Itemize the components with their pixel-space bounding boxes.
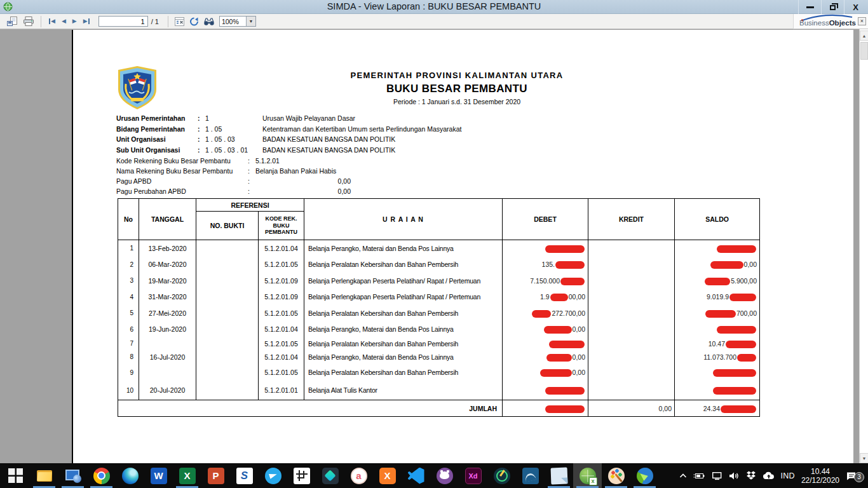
vertical-scrollbar[interactable]: ▲ ▼ [859,29,868,463]
simda-report-icon [580,468,596,484]
tray-chevron-up-icon[interactable] [679,473,687,478]
panel-close-icon[interactable]: × [858,17,866,25]
meta-colon: : [198,146,205,154]
scrollbar-thumb[interactable] [860,42,868,60]
dropbox-icon[interactable] [746,471,756,480]
zoom-select[interactable]: 100% ▼ [219,16,256,27]
cell-saldo [675,381,759,400]
minimize-button[interactable] [798,0,821,14]
taskbar-powerpoint[interactable] [201,463,230,488]
meta-colon: : [198,114,205,122]
meta-value: Belanja Bahan Pakai Habis [255,167,351,175]
taskbar-sticky-notes[interactable] [545,463,573,488]
taskbar-edge[interactable] [116,463,144,488]
taskbar-vscode[interactable] [402,463,430,488]
partially-visible-value: 11.073.700 [703,353,736,361]
refresh-button[interactable] [187,15,201,28]
cell-kredit [588,289,675,306]
system-tray: IND 10.44 22/12/2020 3 [679,463,868,488]
previous-page-button[interactable]: ◀ [58,16,69,27]
taskbar-android-studio[interactable] [487,463,516,488]
search-button[interactable] [201,15,217,28]
taskbar-idm[interactable] [630,463,659,488]
network-icon[interactable] [712,471,722,480]
meta-row: Bidang Pemerintahan:1 . 05Ketentraman da… [116,124,461,135]
table-row: 95.1.2.01.05Belanja Peralatan Kebersihan… [118,364,759,381]
chevron-down-icon[interactable]: ▼ [246,17,255,26]
cell-debet: 135. [503,257,588,273]
taskbar-simda-report[interactable] [573,463,602,488]
table-row: 319-Mar-20205.1.2.01.09Belanja Perlengka… [118,273,759,289]
cell-kode-rek: 5.1.2.01.05 [259,305,304,322]
cell-debet [503,381,588,400]
taskbar-clock[interactable]: 10.44 22/12/2020 [801,467,839,485]
windows-taskbar: IND 10.44 22/12/2020 3 [0,463,868,488]
taskbar-mysql-workbench[interactable] [516,463,545,488]
action-center-button[interactable]: 3 [846,471,857,480]
meta-code: 1 [205,114,262,122]
taskbar-paint-app[interactable] [602,463,630,488]
redaction-mark [717,326,756,334]
print-button[interactable] [20,15,37,28]
taskbar-file-explorer[interactable] [30,463,58,488]
table-header: No TANGGAL REFERENSI NO. BUKTI KODE REK.… [118,199,759,240]
cell-saldo: 11.073.700 [675,349,759,364]
taskbar-adobe-xd[interactable] [459,463,487,488]
table-row: 1020-Jul-20205.1.2.01.01Belanja Alat Tul… [118,381,759,400]
redaction-mark [532,310,551,318]
start-button[interactable] [1,463,30,488]
table-row: 816-Jul-20205.1.2.01.04Belanja Perangko,… [118,349,759,364]
close-button[interactable]: X [844,0,867,14]
redaction-mark [545,387,585,395]
taskbar-filmora[interactable] [316,463,344,488]
meta-code: 1 . 05 [205,125,262,133]
taskbar-word[interactable] [144,463,173,488]
partially-visible-value: 10.47 [709,340,725,348]
volume-icon[interactable] [729,471,740,480]
cell-no: 4 [118,289,139,306]
last-page-button[interactable]: ▶ [80,16,93,27]
first-page-button[interactable]: ◀ [45,16,58,27]
binoculars-search-icon [203,17,215,26]
taskbar-manga-app[interactable] [287,463,316,488]
taskbar-s-app[interactable] [230,463,259,488]
column-header-debet: DEBET [503,199,588,240]
scroll-down-icon[interactable]: ▼ [860,453,868,463]
restore-button[interactable] [821,0,844,14]
export-button[interactable] [4,15,20,28]
partially-visible-value: 7.150.000 [530,277,560,285]
column-header-no-bukti: NO. BUKTI [196,212,259,240]
toolbar-separator [41,16,41,27]
taskbar-simda-app[interactable] [58,463,87,488]
cell-tanggal [139,364,196,381]
minimize-icon [806,6,814,8]
sticky-notes-icon [550,467,567,484]
taskbar-appium[interactable] [344,463,373,488]
report-page: PEMERINTAH PROVINSI KALIMANTAN UTARA BUK… [72,30,853,463]
mysql-workbench-icon [522,468,539,484]
idm-icon [637,468,653,484]
cell-uraian: Belanja Perangko, Materai dan Benda Pos … [304,240,503,257]
cell-no: 9 [118,364,139,381]
taskbar-chrome[interactable] [87,463,116,488]
s-app-icon [236,468,253,484]
taskbar-excel[interactable] [173,463,201,488]
partially-visible-value: 0,00 [573,369,585,376]
manga-app-icon [294,468,310,484]
page-number-input[interactable] [98,16,148,27]
toggle-group-tree-button[interactable] [172,15,187,28]
meta-row: Unit Organisasi:1 . 05 . 03BADAN KESATUA… [116,134,461,145]
meta-row: Urusan Pemerintahan:1Urusan Wajib Pelaya… [116,113,461,124]
battery-icon[interactable] [693,472,705,480]
cell-no-bukti [196,240,259,257]
language-indicator[interactable]: IND [781,471,795,480]
next-page-button[interactable]: ▶ [69,16,80,27]
taskbar-xampp[interactable] [373,463,402,488]
scroll-up-icon[interactable]: ▲ [860,30,868,41]
taskbar-telegram[interactable] [259,463,287,488]
onedrive-icon[interactable] [763,471,775,480]
meta-label: Sub Unit Organisasi [116,146,198,154]
cell-kode-rek: 5.1.2.01.04 [259,322,304,338]
viewer-toolbar: ◀ ◀ ▶ ▶ / 1 100% ▼ [0,14,868,29]
taskbar-github-desktop[interactable] [430,463,459,488]
